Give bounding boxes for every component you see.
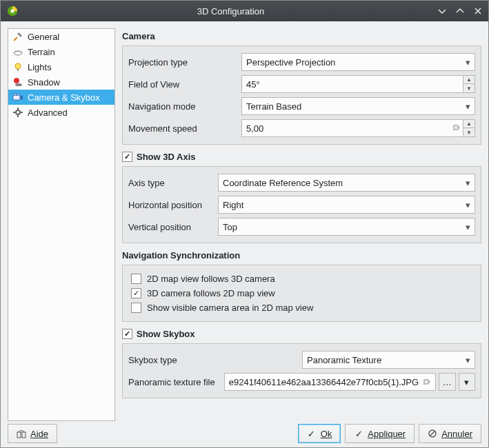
svg-point-10 <box>16 110 20 114</box>
axis-type-value: Coordinate Reference System <box>223 178 461 188</box>
file-options-button[interactable]: ▾ <box>459 373 475 391</box>
projection-type-combo[interactable]: Perspective Projection ▾ <box>241 53 475 71</box>
chevron-down-icon: ▾ <box>461 101 470 112</box>
svg-point-8 <box>14 93 16 95</box>
clear-icon[interactable] <box>421 377 431 387</box>
sidebar-item-label: Shadow <box>28 77 60 88</box>
axis-type-combo[interactable]: Coordinate Reference System ▾ <box>218 174 475 192</box>
sidebar-item-label: Advanced <box>28 108 68 118</box>
help-icon <box>17 429 26 438</box>
svg-point-3 <box>15 63 21 69</box>
svg-rect-15 <box>17 432 21 438</box>
minimize-icon[interactable] <box>437 6 447 16</box>
cancel-icon <box>428 429 437 438</box>
svg-point-1 <box>11 10 14 13</box>
fov-spinbox[interactable]: 45° ▲ ▼ <box>241 75 475 93</box>
svg-rect-16 <box>22 432 26 438</box>
vpos-label: Vertical position <box>128 222 218 232</box>
navsync-opt3-label: Show visible camera area in 2D map view <box>147 303 313 313</box>
skybox-file-label: Panoramic texture file <box>128 377 224 387</box>
svg-line-18 <box>430 431 435 436</box>
sidebar-item-advanced[interactable]: Advanced <box>8 105 114 120</box>
bulb-icon <box>12 61 23 72</box>
navsync-opt1-label: 2D map view follows 3D camera <box>147 274 275 284</box>
chevron-down-icon: ▾ <box>461 355 470 365</box>
nav-mode-label: Navigation mode <box>128 101 241 112</box>
clear-icon[interactable] <box>452 123 460 134</box>
navsync-opt2-checkbox[interactable] <box>131 288 141 298</box>
speed-value: 5,00 <box>246 123 452 134</box>
sidebar-item-shadow[interactable]: Shadow <box>8 74 114 90</box>
nav-mode-combo[interactable]: Terrain Based ▾ <box>241 97 475 115</box>
group-axis: Axis type Coordinate Reference System ▾ … <box>122 166 481 243</box>
spin-up-icon[interactable]: ▲ <box>463 120 475 128</box>
section-skybox-heading: Show Skybox <box>137 329 195 339</box>
cancel-button[interactable]: Annuler <box>419 424 481 443</box>
group-navsync: 2D map view follows 3D camera 3D camera … <box>122 265 481 322</box>
chevron-down-icon: ▾ <box>461 222 470 232</box>
spin-down-icon[interactable]: ▼ <box>463 128 475 136</box>
navsync-opt2-label: 3D camera follows 2D map view <box>147 288 275 298</box>
vpos-value: Top <box>223 222 461 232</box>
skybox-type-combo[interactable]: Panoramic Texture ▾ <box>302 351 475 369</box>
navsync-opt1-checkbox[interactable] <box>131 274 141 284</box>
speed-spinbox[interactable]: 5,00 ▲ ▼ <box>241 119 475 137</box>
window-title: 3D Configuration <box>24 6 437 17</box>
nav-mode-value: Terrain Based <box>246 101 461 112</box>
group-camera: Projection type Perspective Projection ▾… <box>122 45 481 145</box>
check-icon: ✓ <box>354 429 363 438</box>
navsync-opt3-checkbox[interactable] <box>131 303 141 313</box>
maximize-icon[interactable] <box>455 6 465 16</box>
sidebar-item-general[interactable]: General <box>8 29 114 44</box>
svg-rect-7 <box>13 95 20 100</box>
app-icon <box>6 5 19 17</box>
spin-down-icon[interactable]: ▼ <box>463 84 475 92</box>
section-navsync-heading: Navigation Synchronization <box>122 250 481 261</box>
close-icon[interactable] <box>473 6 483 16</box>
section-axis-heading: Show 3D Axis <box>137 152 195 162</box>
svg-point-9 <box>17 93 19 95</box>
sidebar-item-lights[interactable]: Lights <box>8 59 114 74</box>
axis-type-label: Axis type <box>128 178 218 188</box>
apply-button[interactable]: ✓ Appliquer <box>345 424 415 443</box>
titlebar: 3D Configuration <box>1 1 488 21</box>
sidebar-item-camera-skybox[interactable]: Camera & Skybox <box>8 90 114 105</box>
sidebar-item-label: General <box>28 32 59 42</box>
svg-rect-4 <box>17 69 19 71</box>
fov-label: Field of View <box>128 79 241 90</box>
content-panel: Camera Projection type Perspective Proje… <box>122 28 481 421</box>
footer: Aide ✓ Ok ✓ Appliquer Annuler <box>1 421 488 448</box>
speed-label: Movement speed <box>128 123 241 134</box>
gear-icon <box>12 107 23 118</box>
shadow-icon <box>12 77 23 88</box>
skybox-file-input[interactable]: e9241f40611e462aa13366442e77f0cb5(1).JPG <box>224 373 436 391</box>
help-button[interactable]: Aide <box>8 424 57 443</box>
chevron-down-icon: ▾ <box>461 178 470 188</box>
skybox-type-value: Panoramic Texture <box>307 355 461 365</box>
skybox-type-label: Skybox type <box>128 355 302 365</box>
section-camera-heading: Camera <box>122 31 481 41</box>
spin-up-icon[interactable]: ▲ <box>463 76 475 84</box>
sidebar-item-terrain[interactable]: Terrain <box>8 44 114 59</box>
sidebar: General Terrain Lights Shadow Camera & S… <box>8 28 115 421</box>
projection-type-value: Perspective Projection <box>246 57 461 68</box>
show-3d-axis-checkbox[interactable] <box>122 152 132 162</box>
ok-button[interactable]: ✓ Ok <box>298 424 341 443</box>
hpos-value: Right <box>223 200 461 210</box>
chevron-down-icon: ▾ <box>461 57 470 68</box>
projection-type-label: Projection type <box>128 57 241 68</box>
svg-point-6 <box>15 83 22 86</box>
show-skybox-checkbox[interactable] <box>122 329 132 339</box>
hpos-label: Horizontal position <box>128 200 218 210</box>
hpos-combo[interactable]: Right ▾ <box>218 196 475 214</box>
chevron-down-icon: ▾ <box>464 377 469 387</box>
skybox-file-value: e9241f40611e462aa13366442e77f0cb5(1).JPG <box>229 377 419 387</box>
sidebar-item-label: Camera & Skybox <box>28 92 100 103</box>
chevron-down-icon: ▾ <box>461 200 470 210</box>
camera-icon <box>12 92 23 103</box>
terrain-icon <box>12 46 23 57</box>
sidebar-item-label: Terrain <box>28 47 55 57</box>
browse-file-button[interactable]: … <box>439 373 455 391</box>
check-icon: ✓ <box>307 429 317 438</box>
vpos-combo[interactable]: Top ▾ <box>218 218 475 236</box>
